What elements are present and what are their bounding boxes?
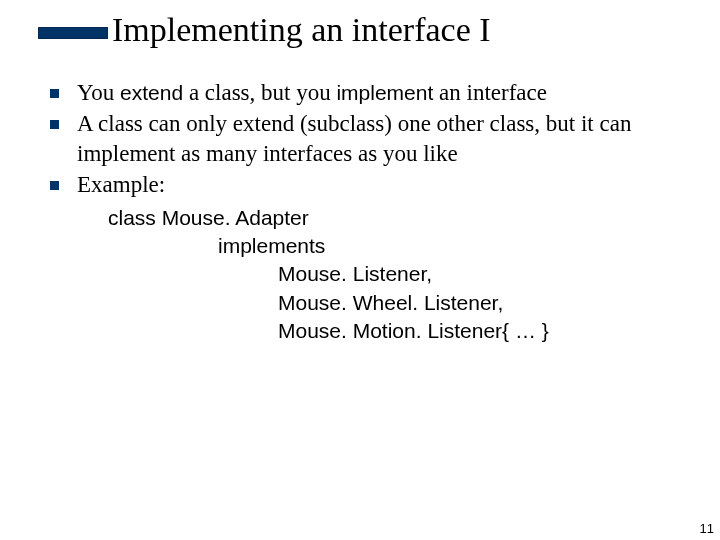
title-area: Implementing an interface I (38, 10, 678, 50)
bullet-2-text: A class can only extend (subclass) one o… (77, 109, 670, 168)
page-number: 11 (700, 521, 714, 536)
bullet-2: A class can only extend (subclass) one o… (50, 109, 670, 168)
title-row: Implementing an interface I (38, 10, 678, 50)
code-line-3b: Mouse. Wheel. Listener, (108, 289, 670, 317)
bullet-icon (50, 120, 59, 129)
bullet-1-post: an interface (433, 80, 547, 105)
bullet-1-pre: You (77, 80, 120, 105)
bullet-3-text: Example: (77, 170, 670, 199)
bullet-icon (50, 181, 59, 190)
code-line-2: implements (108, 232, 670, 260)
bullet-1-mid: a class, but you (183, 80, 336, 105)
title-accent-bar (38, 27, 108, 39)
code-block: class Mouse. Adapter implements Mouse. L… (108, 204, 670, 346)
code-line-3a: Mouse. Listener, (108, 260, 670, 288)
code-line-3c: Mouse. Motion. Listener{ … } (108, 317, 670, 345)
code-line-1: class Mouse. Adapter (108, 204, 670, 232)
bullet-1-text: You extend a class, but you implement an… (77, 78, 670, 107)
slide-title: Implementing an interface I (112, 10, 491, 50)
slide-body: You extend a class, but you implement an… (50, 78, 670, 345)
bullet-icon (50, 89, 59, 98)
slide: Implementing an interface I You extend a… (0, 0, 720, 540)
bullet-1-kw-implement: implement (336, 81, 433, 104)
bullet-3: Example: (50, 170, 670, 199)
bullet-1: You extend a class, but you implement an… (50, 78, 670, 107)
bullet-1-kw-extend: extend (120, 81, 183, 104)
